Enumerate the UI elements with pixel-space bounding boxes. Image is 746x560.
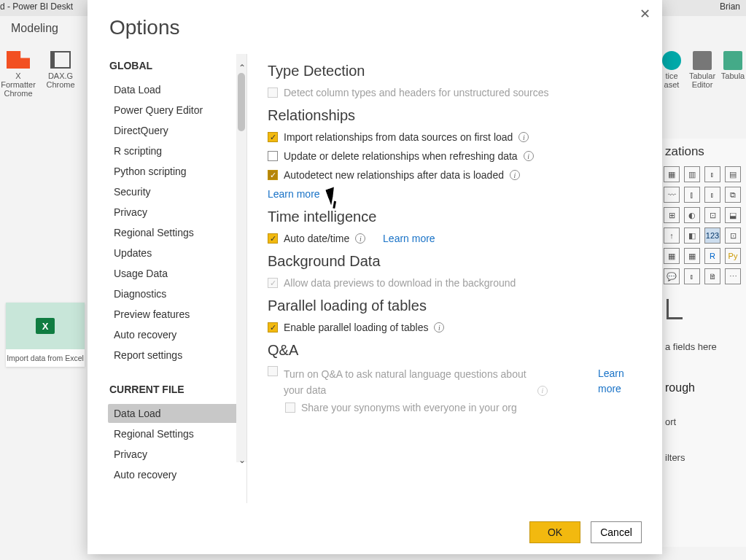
fields-hint: a fields here	[662, 341, 743, 352]
ribbon-item-formatter[interactable]: X Formatter Chrome	[0, 51, 36, 109]
sidebar-item-pq-editor[interactable]: Power Query Editor	[108, 101, 246, 120]
info-icon[interactable]	[510, 170, 520, 180]
viz-icon[interactable]: ⫾	[704, 166, 720, 182]
link-learn-more-relationships[interactable]: Learn more	[268, 188, 642, 200]
sidebar-item-privacy[interactable]: Privacy	[108, 203, 246, 222]
checkbox-icon[interactable]	[268, 132, 278, 142]
option-label: Auto date/time	[284, 233, 349, 244]
option-label: Autodetect new relationships after data …	[284, 169, 504, 181]
viz-icon[interactable]: ◧	[684, 228, 700, 244]
scroll-up-icon[interactable]: ⌃	[238, 63, 246, 73]
viz-icon[interactable]: ▦	[664, 166, 680, 182]
link-learn-more-time[interactable]: Learn more	[383, 233, 435, 244]
viz-icon[interactable]: ▤	[725, 166, 741, 182]
option-parallel-loading[interactable]: Enable parallel loading of tables	[268, 322, 642, 333]
format-brush-icon[interactable]	[667, 299, 683, 319]
sidebar-item-cf-privacy[interactable]: Privacy	[108, 445, 246, 464]
viz-icon[interactable]: ↑	[664, 228, 680, 244]
excel-import-card[interactable]: X Import data from Excel	[6, 303, 85, 367]
excel-icon: X	[36, 318, 55, 334]
dialog-title: Options	[88, 0, 662, 47]
viz-icon[interactable]: ◐	[684, 207, 700, 223]
cancel-button[interactable]: Cancel	[591, 521, 642, 543]
viz-icon[interactable]: 🗎	[704, 268, 720, 284]
option-update-relationships[interactable]: Update or delete relationships when refr…	[268, 150, 642, 162]
viz-icon[interactable]: 💬	[664, 268, 680, 284]
viz-icon[interactable]: ▥	[684, 166, 700, 182]
sidebar-item-cf-auto-recovery[interactable]: Auto recovery	[108, 465, 246, 484]
viz-icon[interactable]: ⧉	[725, 187, 741, 203]
checkbox-icon	[268, 278, 278, 288]
tabular-icon	[723, 51, 742, 70]
sidebar-item-cf-regional[interactable]: Regional Settings	[108, 424, 246, 443]
option-autodetect-relationships[interactable]: Autodetect new relationships after data …	[268, 169, 642, 181]
section-time-intelligence: Time intelligence	[268, 209, 642, 225]
sidebar-item-auto-recovery[interactable]: Auto recovery	[108, 325, 246, 344]
sidebar-item-preview[interactable]: Preview features	[108, 305, 246, 324]
viz-icon[interactable]: ▦	[684, 248, 700, 264]
viz-icon[interactable]: ⊞	[664, 207, 680, 223]
checkbox-icon	[285, 402, 295, 413]
viz-icon[interactable]: ⊡	[725, 228, 741, 244]
viz-icon[interactable]: ▦	[664, 248, 680, 264]
section-parallel-loading: Parallel loading of tables	[268, 298, 642, 314]
scroll-down-icon[interactable]: ⌄	[238, 455, 246, 506]
option-label: Enable parallel loading of tables	[284, 322, 428, 333]
viz-icon[interactable]: ⫾	[684, 268, 700, 284]
option-turn-on-qa: Turn on Q&A to ask natural language ques…	[268, 366, 592, 399]
info-icon[interactable]	[524, 151, 534, 161]
sidebar-item-data-load[interactable]: Data Load	[108, 80, 246, 99]
visualizations-panel: zations ▦ ▥ ⫾ ▤ 〰 ⫿ ⫾ ⧉ ⊞ ◐ ⊡ ⬓ ↑ ◧ 123 …	[658, 139, 746, 547]
option-label: Share your synonyms with everyone in you…	[301, 402, 517, 413]
dax-icon	[50, 51, 71, 69]
info-icon[interactable]	[434, 322, 444, 332]
viz-icon[interactable]: 123	[704, 228, 720, 244]
sidebar-item-cf-data-load[interactable]: Data Load	[108, 404, 246, 423]
checkbox-icon[interactable]	[268, 233, 278, 244]
ribbon-tab-modeling[interactable]: Modeling	[11, 22, 58, 35]
ribbon-item-dax[interactable]: DAX.G Chrome	[42, 51, 79, 109]
ok-button[interactable]: OK	[529, 521, 580, 543]
viz-icon[interactable]: ⫾	[704, 187, 720, 203]
checkbox-icon[interactable]	[268, 170, 278, 180]
ribbon-item-practice[interactable]: tice aset	[658, 51, 685, 109]
sidebar-item-report-settings[interactable]: Report settings	[108, 346, 246, 365]
filters-label: ilters	[662, 452, 743, 463]
ribbon-external-tools: X Formatter Chrome DAX.G Chrome	[0, 51, 88, 109]
viz-icon[interactable]: R	[704, 248, 720, 264]
info-icon[interactable]	[355, 233, 365, 244]
cross-report-label: ort	[662, 416, 743, 427]
checkbox-icon[interactable]	[268, 322, 278, 332]
option-auto-date[interactable]: Auto date/time Learn more	[268, 233, 642, 244]
option-allow-previews: Allow data previews to download in the b…	[268, 277, 642, 289]
sidebar-item-python-scripting[interactable]: Python scripting	[108, 162, 246, 181]
checkbox-icon[interactable]	[268, 151, 278, 161]
info-icon[interactable]	[518, 132, 529, 142]
sidebar-item-r-scripting[interactable]: R scripting	[108, 141, 246, 160]
viz-icon[interactable]: Py	[725, 248, 741, 264]
sidebar-item-diagnostics[interactable]: Diagnostics	[108, 284, 246, 303]
checkbox-icon	[268, 366, 278, 376]
window-title-left: d - Power BI Deskt	[0, 1, 73, 12]
sidebar-item-usage-data[interactable]: Usage Data	[108, 264, 246, 283]
sidebar-scrollbar[interactable]: ⌃	[236, 54, 246, 462]
sidebar-item-regional[interactable]: Regional Settings	[108, 223, 246, 242]
viz-icon[interactable]: ⋯	[725, 268, 741, 284]
viz-icon[interactable]: ⬓	[725, 207, 741, 223]
sidebar-item-security[interactable]: Security	[108, 182, 246, 201]
viz-icon[interactable]: 〰	[664, 187, 680, 203]
ribbon-item-tabular[interactable]: Tabula	[720, 51, 746, 109]
viz-icon[interactable]: ⊡	[704, 207, 720, 223]
checkbox-icon	[268, 88, 278, 98]
section-relationships: Relationships	[268, 107, 642, 124]
ribbon-item-tabular-editor[interactable]: Tabular Editor	[689, 51, 715, 109]
scroll-thumb[interactable]	[238, 73, 245, 131]
close-button[interactable]: ✕	[637, 6, 652, 20]
link-learn-more-qa[interactable]: Learn more	[598, 366, 642, 397]
viz-icon[interactable]: ⫿	[684, 187, 700, 203]
sidebar-section-current: CURRENT FILE	[109, 384, 246, 395]
option-label: Import relationships from data sources o…	[284, 131, 513, 143]
sidebar-item-updates[interactable]: Updates	[108, 244, 246, 262]
sidebar-item-directquery[interactable]: DirectQuery	[108, 121, 246, 140]
option-import-relationships[interactable]: Import relationships from data sources o…	[268, 131, 642, 143]
